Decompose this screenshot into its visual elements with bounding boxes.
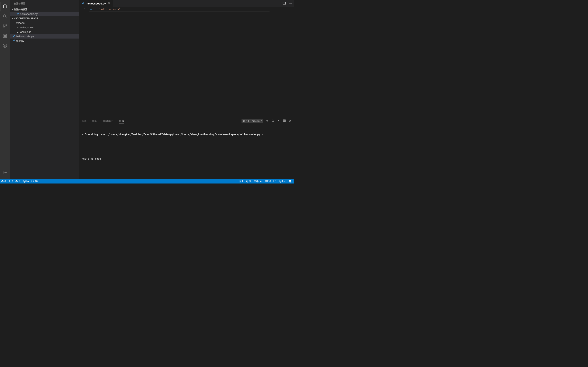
close-panel-icon[interactable] <box>289 119 292 123</box>
status-line-col[interactable]: 行 1，列 22 <box>237 179 253 184</box>
svg-rect-6 <box>4 35 6 37</box>
svg-point-8 <box>4 172 6 173</box>
file-label: test.py <box>16 39 24 42</box>
activity-search[interactable] <box>0 11 10 21</box>
svg-point-17 <box>291 3 292 4</box>
terminal-output[interactable]: > Executing task: /Users/zhangkun/Deskto… <box>79 124 294 184</box>
new-terminal-icon[interactable] <box>266 119 269 123</box>
search-icon <box>2 14 7 19</box>
file-row[interactable]: ≣ tasks.json <box>10 30 79 34</box>
code-editor[interactable]: 1 print "hello vs code" <box>79 7 294 118</box>
files-icon <box>2 4 7 9</box>
warning-icon <box>8 180 11 183</box>
svg-line-1 <box>6 17 7 18</box>
terminal-line: > Executing task: /Users/zhangkun/Deskto… <box>82 132 292 136</box>
open-editor-label: hellovscode.py <box>20 12 38 16</box>
file-row[interactable]: hellovscode.py <box>10 34 79 39</box>
bottom-panel: 问题 输出 调试控制台 终端 1: 任务 - hello vs > Execut… <box>79 118 294 179</box>
minimap[interactable] <box>121 7 144 118</box>
open-editor-item[interactable]: hellovscode.py <box>10 12 79 16</box>
open-editors-header[interactable]: ▾ 打开的编辑器 <box>10 7 79 12</box>
json-icon: ≣ <box>16 26 20 29</box>
svg-point-27 <box>290 181 290 181</box>
file-row[interactable]: test.py <box>10 39 79 43</box>
json-icon: ≣ <box>16 31 20 33</box>
info-icon <box>15 180 18 183</box>
smiley-icon <box>289 180 292 183</box>
status-warnings[interactable]: 0 <box>7 179 14 184</box>
status-language[interactable]: Python <box>277 179 287 184</box>
terminal-selector[interactable]: 1: 任务 - hello vs <box>242 119 263 123</box>
svg-point-4 <box>6 25 7 26</box>
status-errors[interactable]: 0 <box>0 179 7 184</box>
gear-icon <box>2 170 7 175</box>
tab-label: hellovscode.py <box>86 2 106 5</box>
python-icon <box>12 35 16 38</box>
activity-scm[interactable] <box>0 21 10 31</box>
explorer-sidebar: 资源管理器 ▾ 打开的编辑器 hellovscode.py ▾ VSCODEWO… <box>10 0 79 179</box>
maximize-panel-icon[interactable] <box>283 119 286 123</box>
chevron-down-icon: ▾ <box>11 8 14 11</box>
workspace-label: VSCODEWORKSPACE <box>14 17 38 20</box>
activity-extensions[interactable] <box>0 41 10 50</box>
editor-tab[interactable]: hellovscode.py <box>79 0 113 7</box>
bug-slash-icon <box>2 43 7 48</box>
svg-point-12 <box>83 3 83 3</box>
error-icon <box>1 180 4 183</box>
activity-explorer[interactable] <box>0 2 10 11</box>
gutter: 1 <box>79 7 89 118</box>
status-info[interactable]: 2 <box>14 179 21 184</box>
split-editor-icon[interactable] <box>283 2 286 6</box>
folder-label: .vscode <box>16 21 25 25</box>
tab-problems[interactable]: 问题 <box>82 118 87 124</box>
python-icon <box>12 39 16 42</box>
file-label: settings.json <box>20 26 34 29</box>
tab-terminal[interactable]: 终端 <box>119 118 124 124</box>
tab-bar: hellovscode.py <box>79 0 294 7</box>
more-icon[interactable] <box>289 2 292 6</box>
svg-point-15 <box>289 3 290 4</box>
editor-area: hellovscode.py 1 print "hello vs code <box>79 0 294 179</box>
workspace-header[interactable]: ▾ VSCODEWORKSPACE <box>10 16 79 21</box>
open-editors-label: 打开的编辑器 <box>14 8 27 11</box>
svg-rect-24 <box>17 181 17 182</box>
status-eol[interactable]: LF <box>272 179 277 184</box>
python-icon <box>81 2 85 5</box>
svg-point-26 <box>289 180 291 183</box>
svg-point-9 <box>17 13 18 13</box>
svg-point-11 <box>14 40 14 40</box>
python-icon <box>16 12 20 15</box>
svg-point-10 <box>14 35 14 35</box>
status-indent[interactable]: 空格: 4 <box>252 179 263 184</box>
line-number: 1 <box>79 8 86 11</box>
svg-point-28 <box>290 181 291 181</box>
terminal-line: hello vs code <box>82 157 292 161</box>
svg-point-0 <box>3 15 6 17</box>
file-label: tasks.json <box>20 30 31 33</box>
file-label: hellovscode.py <box>16 35 34 38</box>
status-encoding[interactable]: UTF-8 <box>263 179 272 184</box>
svg-rect-25 <box>17 181 17 181</box>
panel-tabs: 问题 输出 调试控制台 终端 1: 任务 - hello vs <box>79 118 294 124</box>
svg-point-2 <box>3 24 4 25</box>
status-python-version[interactable]: Python 2.7.10 <box>21 179 39 184</box>
kill-terminal-icon[interactable] <box>272 119 274 123</box>
tab-debug-console[interactable]: 调试控制台 <box>102 118 114 124</box>
activity-debug[interactable] <box>0 31 10 41</box>
collapse-panel-icon[interactable] <box>277 119 280 123</box>
close-icon[interactable] <box>107 2 111 6</box>
file-row[interactable]: ≣ settings.json <box>10 25 79 30</box>
git-branch-icon <box>2 24 7 29</box>
chevron-down-icon: ▾ <box>12 22 16 24</box>
sidebar-title: 资源管理器 <box>10 0 79 7</box>
folder-row[interactable]: ▾ .vscode <box>10 21 79 25</box>
chevron-down-icon: ▾ <box>11 17 14 20</box>
status-feedback-icon[interactable] <box>287 179 293 184</box>
svg-point-16 <box>290 3 291 4</box>
debug-icon <box>2 33 7 38</box>
activity-settings[interactable] <box>0 167 10 177</box>
tab-output[interactable]: 输出 <box>92 118 97 124</box>
activity-bar <box>0 0 10 179</box>
code-content: print "hello vs code" <box>89 7 121 118</box>
svg-point-3 <box>3 27 4 28</box>
